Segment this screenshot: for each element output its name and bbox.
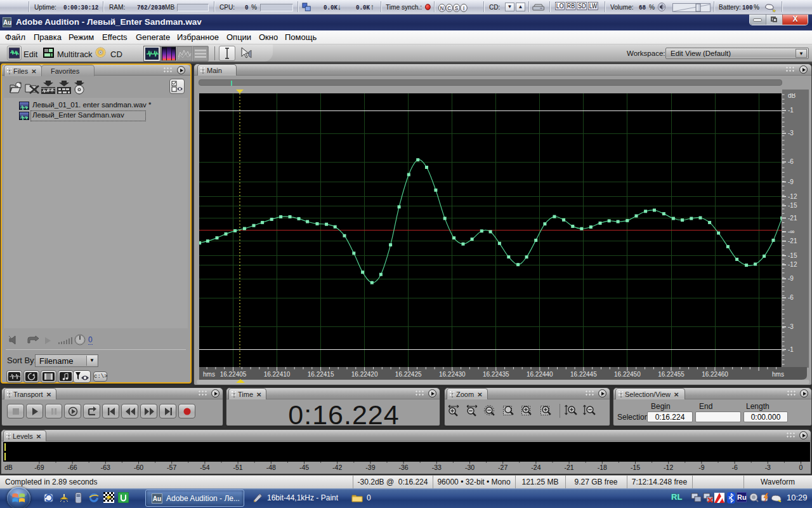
svg-text:16.22440: 16.22440 <box>527 371 553 378</box>
svg-text:-27: -27 <box>498 464 508 471</box>
svg-text:-∞: -∞ <box>788 228 794 235</box>
svg-text:16.22430: 16.22430 <box>439 371 466 378</box>
svg-text:-15: -15 <box>788 252 797 259</box>
svg-text:16.22460: 16.22460 <box>702 371 728 378</box>
svg-text:hms: hms <box>772 371 784 378</box>
svg-text:-1: -1 <box>788 107 794 114</box>
svg-text:-42: -42 <box>332 464 342 471</box>
svg-text:16.22425: 16.22425 <box>395 371 422 378</box>
svg-text:dB: dB <box>4 464 13 471</box>
svg-text:-3: -3 <box>788 323 794 330</box>
svg-text:-45: -45 <box>299 464 309 471</box>
svg-text:16.22410: 16.22410 <box>264 371 291 378</box>
svg-text:16.22435: 16.22435 <box>483 371 509 378</box>
svg-text:-39: -39 <box>365 464 375 471</box>
svg-text:dB: dB <box>788 93 796 99</box>
svg-text:-36: -36 <box>399 464 409 471</box>
svg-text:-15: -15 <box>631 464 640 471</box>
svg-text:-1: -1 <box>788 346 794 353</box>
svg-text:-21: -21 <box>788 237 797 244</box>
svg-text:-12: -12 <box>788 261 797 268</box>
svg-text:-6: -6 <box>788 158 794 165</box>
svg-text:-6: -6 <box>788 294 794 301</box>
svg-text:-12: -12 <box>788 193 797 200</box>
svg-text:0: 0 <box>799 464 803 471</box>
svg-text:-9: -9 <box>788 178 794 185</box>
svg-text:-3: -3 <box>765 464 771 471</box>
svg-text:-15: -15 <box>788 202 797 209</box>
svg-text:-18: -18 <box>598 464 607 471</box>
svg-text:-21: -21 <box>788 215 797 222</box>
svg-text:-6: -6 <box>731 464 737 471</box>
svg-text:16.22420: 16.22420 <box>351 371 378 378</box>
svg-text:16.22450: 16.22450 <box>614 371 641 378</box>
svg-text:-60: -60 <box>134 464 143 471</box>
svg-text:-30: -30 <box>465 464 475 471</box>
svg-text:-33: -33 <box>432 464 442 471</box>
svg-text:-66: -66 <box>68 464 77 471</box>
svg-text:16.22455: 16.22455 <box>658 371 684 378</box>
svg-text:-21: -21 <box>565 464 574 471</box>
svg-text:-9: -9 <box>788 275 794 282</box>
svg-text:hms: hms <box>203 371 215 378</box>
svg-text:-12: -12 <box>664 464 673 471</box>
svg-text:-54: -54 <box>200 464 209 471</box>
svg-text:-48: -48 <box>266 464 276 471</box>
svg-text:-3: -3 <box>788 130 794 137</box>
svg-text:-69: -69 <box>34 464 44 471</box>
svg-text:-63: -63 <box>101 464 110 471</box>
svg-text:16.22405: 16.22405 <box>220 371 247 378</box>
svg-text:-51: -51 <box>233 464 243 471</box>
svg-text:-57: -57 <box>167 464 176 471</box>
svg-text:-24: -24 <box>531 464 540 471</box>
svg-text:-9: -9 <box>698 464 704 471</box>
svg-text:16.22445: 16.22445 <box>570 371 597 378</box>
svg-text:16.22415: 16.22415 <box>308 371 334 378</box>
